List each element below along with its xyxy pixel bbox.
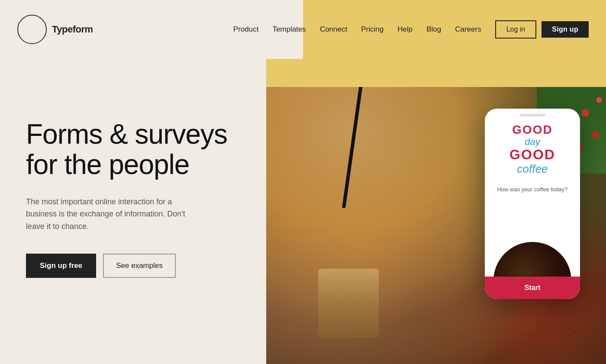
hero-photo: GOOD day GOOD coffee How was your coffee… [266,87,606,364]
nav-help[interactable]: Help [397,25,413,34]
hero-heading: Forms & surveys for the people [26,119,240,180]
nav-links: Product Templates Connect Pricing Help B… [233,25,481,34]
nav-actions: Log in Sign up [495,20,589,39]
coffee-brand: GOOD day GOOD coffee [509,123,555,176]
hero-subtext: The most important online interaction fo… [26,196,190,233]
hero-right: GOOD day GOOD coffee How was your coffee… [266,59,606,364]
coffee-day: day [509,137,555,147]
svg-line-0 [567,325,606,364]
coffee-circle [493,242,571,277]
logo[interactable]: Typeform [17,15,93,44]
coffee-good1: GOOD [509,123,555,137]
phone-question: How was your coffee today? [497,186,567,193]
phone-mockup: GOOD day GOOD coffee How was your coffee… [485,109,580,299]
hero-golden-bar [266,59,606,87]
see-examples-button[interactable]: See examples [103,254,176,278]
logo-icon [17,15,47,44]
phone-start-button[interactable]: Start [485,277,580,299]
hero-heading-line1: Forms & surveys [26,119,227,150]
login-button[interactable]: Log in [495,20,537,39]
coffee-word: coffee [509,162,555,176]
coffee-cup [318,269,379,338]
logo-text: Typeform [52,24,93,35]
nav-connect[interactable]: Connect [320,25,347,34]
decorative-line [554,312,606,364]
signup-free-button[interactable]: Sign up free [26,254,96,278]
phone-coffee-image [485,225,580,277]
hero-heading-line2: for the people [26,149,189,180]
nav-templates[interactable]: Templates [272,25,306,34]
coffee-good2: GOOD [509,147,555,162]
nav-product[interactable]: Product [233,25,259,34]
signup-button[interactable]: Sign up [542,21,589,38]
nav-careers[interactable]: Careers [455,25,481,34]
hero-left: Forms & surveys for the people The most … [0,59,266,364]
hero-buttons: Sign up free See examples [26,254,240,278]
nav-pricing[interactable]: Pricing [361,25,384,34]
nav-blog[interactable]: Blog [426,25,441,34]
